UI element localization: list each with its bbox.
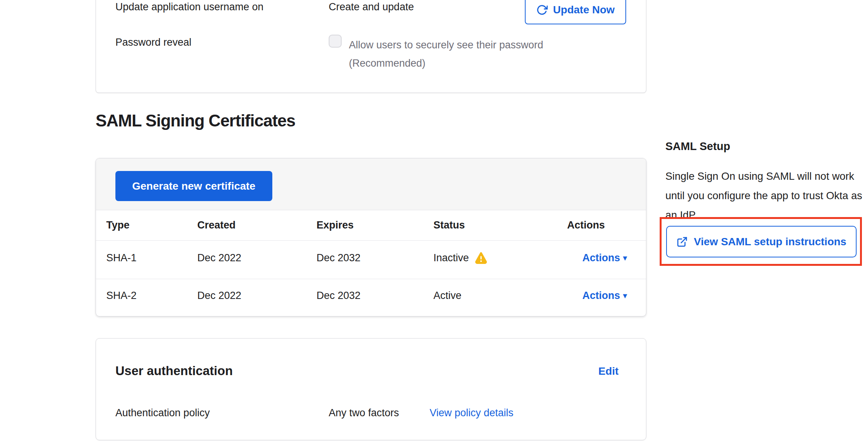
cell-expires: Dec 2032 bbox=[317, 279, 433, 316]
password-reveal-label: Password reveal bbox=[115, 36, 192, 49]
saml-setup-heading: SAML Setup bbox=[665, 140, 868, 153]
actions-dropdown[interactable]: Actions▾ bbox=[582, 290, 627, 301]
table-row-sha1: SHA-1 Dec 2022 Dec 2032 Inactive bbox=[96, 241, 646, 279]
table-header-row: Type Created Expires Status Actions bbox=[96, 210, 646, 241]
password-reveal-checkbox-label: Allow users to securely see their passwo… bbox=[349, 36, 577, 72]
col-header-type: Type bbox=[96, 210, 197, 241]
cell-created: Dec 2022 bbox=[197, 279, 317, 316]
cell-status: Inactive bbox=[433, 241, 567, 279]
actions-dropdown-label: Actions bbox=[582, 290, 620, 301]
saml-setup-description: Single Sign On using SAML will not work … bbox=[665, 166, 863, 225]
certificates-table: Type Created Expires Status Actions SHA-… bbox=[96, 210, 646, 316]
col-header-actions: Actions bbox=[567, 210, 646, 241]
update-now-label: Update Now bbox=[553, 4, 615, 16]
page-title: SAML Signing Certificates bbox=[96, 111, 295, 130]
table-row-sha2: SHA-2 Dec 2022 Dec 2032 Active Actions▾ bbox=[96, 279, 646, 316]
app-settings-card: Update application username on Create an… bbox=[96, 0, 646, 93]
external-link-icon bbox=[676, 236, 688, 248]
chevron-down-icon: ▾ bbox=[623, 291, 627, 300]
username-update-label: Update application username on bbox=[115, 0, 264, 13]
saml-certificates-card: Generate new certificate Type Created Ex… bbox=[96, 158, 646, 316]
col-header-created: Created bbox=[197, 210, 317, 241]
refresh-icon bbox=[536, 4, 548, 16]
status-text: Active bbox=[433, 290, 462, 302]
authentication-policy-value: Any two factors bbox=[329, 407, 399, 419]
cell-type: SHA-1 bbox=[96, 241, 197, 279]
authentication-policy-label: Authentication policy bbox=[115, 407, 210, 419]
actions-dropdown[interactable]: Actions▾ bbox=[582, 252, 627, 264]
view-saml-setup-instructions-button[interactable]: View SAML setup instructions bbox=[666, 226, 857, 257]
view-saml-setup-instructions-label: View SAML setup instructions bbox=[694, 236, 846, 248]
generate-certificate-button[interactable]: Generate new certificate bbox=[115, 171, 272, 201]
col-header-status: Status bbox=[433, 210, 567, 241]
cell-type: SHA-2 bbox=[96, 279, 197, 316]
chevron-down-icon: ▾ bbox=[623, 254, 627, 262]
view-policy-details-link[interactable]: View policy details bbox=[430, 407, 513, 419]
status-text: Inactive bbox=[433, 252, 469, 264]
cell-actions: Actions▾ bbox=[567, 241, 646, 279]
certificates-card-header: Generate new certificate bbox=[96, 158, 646, 210]
cell-created: Dec 2022 bbox=[197, 241, 317, 279]
edit-authentication-link[interactable]: Edit bbox=[598, 365, 619, 377]
actions-dropdown-label: Actions bbox=[582, 252, 620, 264]
username-update-value: Create and update bbox=[329, 0, 414, 13]
user-authentication-title: User authentication bbox=[115, 364, 233, 378]
saml-setup-sidebar: SAML Setup Single Sign On using SAML wil… bbox=[665, 140, 868, 225]
cell-actions: Actions▾ bbox=[567, 279, 646, 316]
okta-app-settings-page: Update application username on Create an… bbox=[0, 0, 868, 441]
annotation-highlight-box: View SAML setup instructions bbox=[660, 217, 862, 266]
password-reveal-checkbox[interactable] bbox=[329, 35, 342, 48]
col-header-expires: Expires bbox=[317, 210, 433, 241]
warning-icon bbox=[474, 251, 488, 264]
update-now-button[interactable]: Update Now bbox=[525, 0, 626, 24]
cell-expires: Dec 2032 bbox=[317, 241, 433, 279]
cell-status: Active bbox=[433, 279, 567, 316]
user-authentication-card: User authentication Edit Authentication … bbox=[96, 338, 646, 440]
